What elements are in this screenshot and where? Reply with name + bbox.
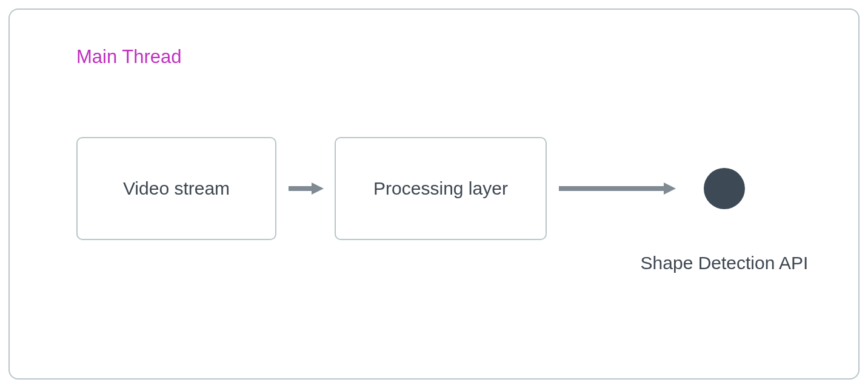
arrow-2 xyxy=(558,181,676,196)
diagram-container: Main Thread Video stream Processing laye… xyxy=(8,8,860,380)
arrow-1 xyxy=(287,181,324,196)
node-shape-detection-api: Shape Detection API xyxy=(682,168,767,209)
arrow-right-icon xyxy=(558,181,676,196)
svg-marker-3 xyxy=(664,182,676,195)
node-video-stream-label: Video stream xyxy=(123,178,230,199)
node-processing-layer: Processing layer xyxy=(335,137,547,240)
arrow-right-icon xyxy=(287,181,324,196)
node-shape-detection-api-label: Shape Detection API xyxy=(641,253,809,273)
node-processing-layer-label: Processing layer xyxy=(373,178,508,199)
terminal-circle-icon xyxy=(704,168,745,209)
node-video-stream: Video stream xyxy=(76,137,276,240)
flow-row: Video stream Processing layer Shape Dete… xyxy=(76,137,822,240)
svg-marker-1 xyxy=(312,182,324,195)
thread-label: Main Thread xyxy=(76,46,181,68)
